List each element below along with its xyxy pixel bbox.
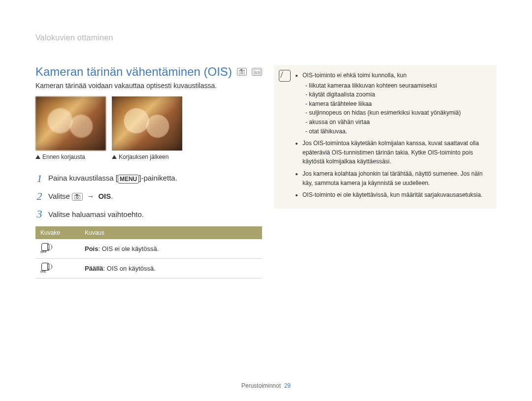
step-3: 3 Valitse haluamasi vaihtoehto. xyxy=(35,208,262,220)
options-table: Kuvake Kuvaus OFF Pois: OIS ei ole käytö… xyxy=(35,226,262,278)
left-column: Kameran tärinän vähentäminen (OIS) SCN K… xyxy=(35,65,262,278)
ois-on-icon: OIS xyxy=(35,259,80,278)
svg-rect-5 xyxy=(74,195,80,199)
steps-list: 1 Paina kuvaustilassa [MENU]-painiketta.… xyxy=(35,172,262,220)
image-comparison xyxy=(35,96,262,151)
svg-point-1 xyxy=(241,71,243,73)
arrow-right-icon: → xyxy=(87,192,94,200)
svg-rect-7 xyxy=(76,194,78,195)
step-3-text: Valitse haluamasi vaihtoehto. xyxy=(48,210,144,218)
note-icon xyxy=(279,70,291,82)
table-row: OFF Pois: OIS ei ole käytössä. xyxy=(35,239,262,259)
manual-page: Valokuvien ottaminen Kameran tärinän väh… xyxy=(0,0,532,401)
page-number: 29 xyxy=(284,382,291,389)
table-header-desc: Kuvaus xyxy=(80,226,262,239)
subtitle: Kameran tärinää voidaan vakauttaa optise… xyxy=(35,82,262,90)
image-captions: Ennen korjausta Korjauksen jälkeen xyxy=(35,154,262,160)
note-box: OIS-toiminto ei ehkä toimi kunnolla, kun… xyxy=(274,65,497,209)
note-bullet: OIS-toiminto ei ehkä toimi kunnolla, kun… xyxy=(302,71,490,136)
note-bullet: OIS-toiminto ei ole käytettävissä, kun m… xyxy=(302,190,490,200)
triangle-up-icon xyxy=(112,155,117,159)
table-row: OIS Päällä: OIS on käytössä. xyxy=(35,259,262,278)
ois-off-icon: OFF xyxy=(35,239,80,259)
caption-before-text: Ennen korjausta xyxy=(42,154,85,160)
menu-button-label: MENU xyxy=(118,175,139,184)
step-number: 2 xyxy=(35,190,43,203)
step-2-pre: Valitse xyxy=(48,192,72,200)
note-text: OIS-toiminto ei ehkä toimi kunnolla, kun xyxy=(302,72,406,79)
caption-after-text: Korjauksen jälkeen xyxy=(119,154,168,160)
section-label: Valokuvien ottaminen xyxy=(35,33,497,42)
page-title: Kameran tärinän vähentäminen (OIS) xyxy=(35,65,232,79)
note-subitem: liikutat kameraa liikkuvan kohteen seura… xyxy=(305,81,490,91)
svg-text:SCN: SCN xyxy=(254,71,260,74)
sample-image-before xyxy=(35,96,106,151)
note-bullet: Jos kamera kolahtaa johonkin tai tärähtä… xyxy=(302,169,490,187)
step-1: 1 Paina kuvaustilassa [MENU]-painiketta. xyxy=(35,172,262,185)
option-label: Päällä xyxy=(85,265,103,272)
table-header-icon: Kuvake xyxy=(35,226,80,239)
option-label: Pois xyxy=(85,245,98,252)
option-text: : OIS on käytössä. xyxy=(103,265,156,272)
note-bullet: Jos OIS-toimintoa käytetään kolmijalan k… xyxy=(302,139,490,166)
step-1-post: ]-painiketta. xyxy=(139,174,177,182)
camera-mode-icon xyxy=(72,193,83,201)
step-2-post: . xyxy=(111,192,113,200)
step-2-target: OIS xyxy=(98,192,111,200)
note-subitem: kamera tärähtelee liikaa xyxy=(305,99,490,109)
right-column: OIS-toiminto ei ehkä toimi kunnolla, kun… xyxy=(274,65,497,278)
title-row: Kameran tärinän vähentäminen (OIS) SCN xyxy=(35,65,262,79)
svg-point-6 xyxy=(76,196,78,198)
note-subitem: akussa on vähän virtaa xyxy=(305,118,490,127)
step-2: 2 Valitse → OIS. xyxy=(35,190,262,203)
caption-after: Korjauksen jälkeen xyxy=(112,154,182,160)
page-footer: Perustoiminnot 29 xyxy=(0,382,532,389)
svg-rect-2 xyxy=(240,69,242,70)
note-subitem: suljinnopeus on hidas (kun esimerkiksi k… xyxy=(305,108,490,118)
note-subitem: otat lähikuvaa. xyxy=(305,127,490,136)
triangle-up-icon xyxy=(35,155,40,159)
svg-rect-0 xyxy=(239,70,245,74)
sample-image-after xyxy=(112,96,182,151)
note-subitem: käytät digitaalista zoomia xyxy=(305,90,490,99)
footer-label: Perustoiminnot xyxy=(241,382,281,389)
step-1-pre: Paina kuvaustilassa [ xyxy=(48,174,118,182)
two-column-layout: Kameran tärinän vähentäminen (OIS) SCN K… xyxy=(35,65,497,278)
scene-mode-icon: SCN xyxy=(252,68,262,76)
step-number: 1 xyxy=(35,172,43,185)
step-number: 3 xyxy=(35,208,43,220)
option-text: : OIS ei ole käytössä. xyxy=(98,245,159,252)
caption-before: Ennen korjausta xyxy=(35,154,106,160)
camera-mode-icon xyxy=(237,68,247,76)
